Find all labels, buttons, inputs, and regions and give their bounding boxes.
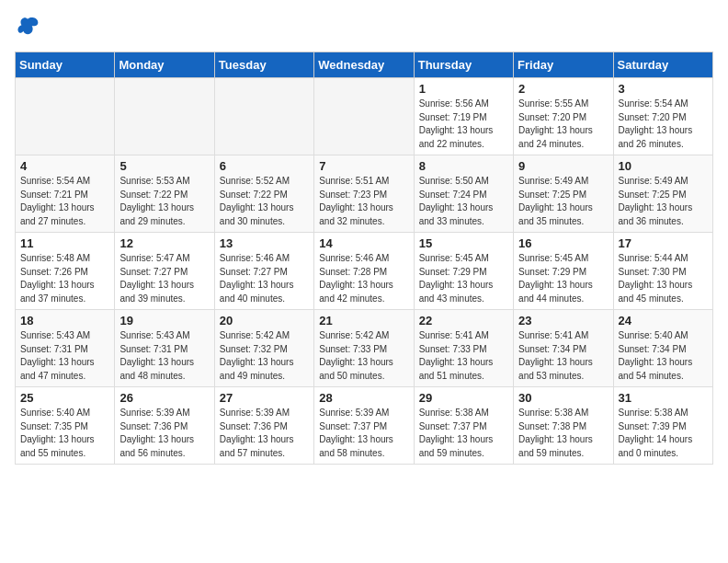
day-number: 21 <box>319 314 408 327</box>
calendar-cell: 2Sunrise: 5:55 AM Sunset: 7:20 PM Daylig… <box>514 78 613 155</box>
calendar-cell: 21Sunrise: 5:42 AM Sunset: 7:33 PM Dayli… <box>314 310 414 387</box>
calendar-cell: 9Sunrise: 5:49 AM Sunset: 7:25 PM Daylig… <box>514 155 613 233</box>
week-row-3: 11Sunrise: 5:48 AM Sunset: 7:26 PM Dayli… <box>16 233 713 310</box>
calendar-cell: 24Sunrise: 5:40 AM Sunset: 7:34 PM Dayli… <box>613 310 712 387</box>
day-info: Sunrise: 5:43 AM Sunset: 7:31 PM Dayligh… <box>119 329 209 383</box>
day-info: Sunrise: 5:48 AM Sunset: 7:26 PM Dayligh… <box>20 252 109 305</box>
day-number: 14 <box>319 236 408 250</box>
day-info: Sunrise: 5:41 AM Sunset: 7:33 PM Dayligh… <box>419 329 508 383</box>
day-info: Sunrise: 5:46 AM Sunset: 7:27 PM Dayligh… <box>220 252 309 305</box>
day-number: 18 <box>20 314 109 327</box>
day-info: Sunrise: 5:54 AM Sunset: 7:20 PM Dayligh… <box>619 98 708 151</box>
day-number: 24 <box>619 314 708 327</box>
day-info: Sunrise: 5:39 AM Sunset: 7:36 PM Dayligh… <box>220 407 309 460</box>
day-number: 11 <box>20 236 109 250</box>
day-info: Sunrise: 5:43 AM Sunset: 7:31 PM Dayligh… <box>20 329 109 383</box>
col-header-sunday: Sunday <box>16 52 115 78</box>
day-number: 4 <box>20 159 109 173</box>
day-info: Sunrise: 5:40 AM Sunset: 7:34 PM Dayligh… <box>619 329 708 383</box>
day-number: 31 <box>619 391 708 405</box>
calendar-cell: 8Sunrise: 5:50 AM Sunset: 7:24 PM Daylig… <box>414 155 513 233</box>
day-number: 25 <box>20 391 109 405</box>
calendar-cell: 14Sunrise: 5:46 AM Sunset: 7:28 PM Dayli… <box>314 233 414 310</box>
calendar-cell: 12Sunrise: 5:47 AM Sunset: 7:27 PM Dayli… <box>115 233 214 310</box>
day-number: 23 <box>518 314 608 327</box>
day-number: 5 <box>119 159 209 173</box>
logo-bird-icon <box>15 15 40 40</box>
page-header <box>15 15 713 40</box>
calendar-cell: 7Sunrise: 5:51 AM Sunset: 7:23 PM Daylig… <box>314 155 414 233</box>
day-number: 12 <box>119 236 209 250</box>
day-number: 6 <box>220 159 309 173</box>
day-number: 7 <box>319 159 408 173</box>
calendar-cell: 27Sunrise: 5:39 AM Sunset: 7:36 PM Dayli… <box>214 387 313 465</box>
day-info: Sunrise: 5:38 AM Sunset: 7:39 PM Dayligh… <box>619 407 708 460</box>
day-info: Sunrise: 5:39 AM Sunset: 7:37 PM Dayligh… <box>319 407 408 460</box>
header-row: SundayMondayTuesdayWednesdayThursdayFrid… <box>16 52 713 78</box>
day-number: 16 <box>518 236 608 250</box>
calendar-cell: 30Sunrise: 5:38 AM Sunset: 7:38 PM Dayli… <box>514 387 613 465</box>
day-number: 13 <box>220 236 309 250</box>
week-row-5: 25Sunrise: 5:40 AM Sunset: 7:35 PM Dayli… <box>16 387 713 465</box>
calendar-cell: 26Sunrise: 5:39 AM Sunset: 7:36 PM Dayli… <box>115 387 214 465</box>
calendar-cell: 25Sunrise: 5:40 AM Sunset: 7:35 PM Dayli… <box>16 387 115 465</box>
day-number: 2 <box>518 82 608 96</box>
col-header-monday: Monday <box>115 52 214 78</box>
day-number: 9 <box>518 159 608 173</box>
week-row-2: 4Sunrise: 5:54 AM Sunset: 7:21 PM Daylig… <box>16 155 713 233</box>
calendar-cell: 29Sunrise: 5:38 AM Sunset: 7:37 PM Dayli… <box>414 387 513 465</box>
calendar-cell <box>314 78 414 155</box>
day-info: Sunrise: 5:52 AM Sunset: 7:22 PM Dayligh… <box>220 175 309 228</box>
calendar-cell: 11Sunrise: 5:48 AM Sunset: 7:26 PM Dayli… <box>16 233 115 310</box>
day-number: 19 <box>119 314 209 327</box>
calendar-cell <box>214 78 313 155</box>
col-header-friday: Friday <box>514 52 613 78</box>
day-info: Sunrise: 5:42 AM Sunset: 7:32 PM Dayligh… <box>220 329 309 383</box>
day-info: Sunrise: 5:45 AM Sunset: 7:29 PM Dayligh… <box>419 252 508 305</box>
col-header-tuesday: Tuesday <box>214 52 313 78</box>
day-number: 22 <box>419 314 508 327</box>
day-info: Sunrise: 5:49 AM Sunset: 7:25 PM Dayligh… <box>619 175 708 228</box>
calendar-cell: 5Sunrise: 5:53 AM Sunset: 7:22 PM Daylig… <box>115 155 214 233</box>
day-info: Sunrise: 5:39 AM Sunset: 7:36 PM Dayligh… <box>119 407 209 460</box>
calendar-cell: 19Sunrise: 5:43 AM Sunset: 7:31 PM Dayli… <box>115 310 214 387</box>
day-number: 20 <box>220 314 309 327</box>
calendar-cell: 15Sunrise: 5:45 AM Sunset: 7:29 PM Dayli… <box>414 233 513 310</box>
calendar-cell: 3Sunrise: 5:54 AM Sunset: 7:20 PM Daylig… <box>613 78 712 155</box>
calendar-cell: 16Sunrise: 5:45 AM Sunset: 7:29 PM Dayli… <box>514 233 613 310</box>
day-number: 30 <box>518 391 608 405</box>
logo <box>15 15 44 40</box>
day-info: Sunrise: 5:56 AM Sunset: 7:19 PM Dayligh… <box>419 98 508 151</box>
day-info: Sunrise: 5:38 AM Sunset: 7:37 PM Dayligh… <box>419 407 508 460</box>
day-number: 10 <box>619 159 708 173</box>
day-info: Sunrise: 5:53 AM Sunset: 7:22 PM Dayligh… <box>119 175 209 228</box>
calendar-cell: 31Sunrise: 5:38 AM Sunset: 7:39 PM Dayli… <box>613 387 712 465</box>
calendar-cell: 20Sunrise: 5:42 AM Sunset: 7:32 PM Dayli… <box>214 310 313 387</box>
calendar-cell: 17Sunrise: 5:44 AM Sunset: 7:30 PM Dayli… <box>613 233 712 310</box>
day-info: Sunrise: 5:55 AM Sunset: 7:20 PM Dayligh… <box>518 98 608 151</box>
day-number: 27 <box>220 391 309 405</box>
calendar-cell <box>16 78 115 155</box>
col-header-wednesday: Wednesday <box>314 52 414 78</box>
day-info: Sunrise: 5:49 AM Sunset: 7:25 PM Dayligh… <box>518 175 608 228</box>
calendar-cell: 6Sunrise: 5:52 AM Sunset: 7:22 PM Daylig… <box>214 155 313 233</box>
calendar-cell: 1Sunrise: 5:56 AM Sunset: 7:19 PM Daylig… <box>414 78 513 155</box>
day-info: Sunrise: 5:50 AM Sunset: 7:24 PM Dayligh… <box>419 175 508 228</box>
day-info: Sunrise: 5:51 AM Sunset: 7:23 PM Dayligh… <box>319 175 408 228</box>
calendar-cell: 13Sunrise: 5:46 AM Sunset: 7:27 PM Dayli… <box>214 233 313 310</box>
day-number: 15 <box>419 236 508 250</box>
calendar-cell: 28Sunrise: 5:39 AM Sunset: 7:37 PM Dayli… <box>314 387 414 465</box>
day-number: 28 <box>319 391 408 405</box>
day-info: Sunrise: 5:42 AM Sunset: 7:33 PM Dayligh… <box>319 329 408 383</box>
day-info: Sunrise: 5:38 AM Sunset: 7:38 PM Dayligh… <box>518 407 608 460</box>
day-info: Sunrise: 5:47 AM Sunset: 7:27 PM Dayligh… <box>119 252 209 305</box>
day-number: 17 <box>619 236 708 250</box>
day-info: Sunrise: 5:46 AM Sunset: 7:28 PM Dayligh… <box>319 252 408 305</box>
day-info: Sunrise: 5:45 AM Sunset: 7:29 PM Dayligh… <box>518 252 608 305</box>
calendar-cell: 22Sunrise: 5:41 AM Sunset: 7:33 PM Dayli… <box>414 310 513 387</box>
day-number: 26 <box>119 391 209 405</box>
calendar-cell: 23Sunrise: 5:41 AM Sunset: 7:34 PM Dayli… <box>514 310 613 387</box>
calendar-cell: 18Sunrise: 5:43 AM Sunset: 7:31 PM Dayli… <box>16 310 115 387</box>
calendar-cell: 4Sunrise: 5:54 AM Sunset: 7:21 PM Daylig… <box>16 155 115 233</box>
week-row-4: 18Sunrise: 5:43 AM Sunset: 7:31 PM Dayli… <box>16 310 713 387</box>
